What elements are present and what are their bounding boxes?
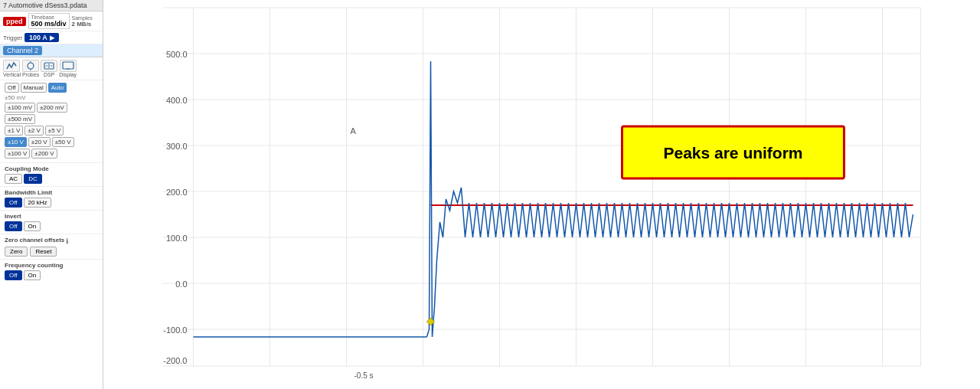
range-200v[interactable]: ±200 V: [31, 149, 57, 159]
bw-buttons: Off 20 kHz: [5, 198, 98, 208]
range-100-500-buttons: ±100 mV ±200 mV ±500 mV: [5, 103, 98, 124]
svg-text:200.0: 200.0: [166, 188, 188, 197]
dsp-icon: [41, 60, 57, 72]
trigger-arrow: ▶: [50, 34, 54, 41]
probes-label: Probes: [22, 72, 39, 77]
main-scope-area: 500.0 400.0 300.0 200.0 100.0 0.0 -100.0…: [103, 0, 980, 389]
bw-section: Bandwidth Limit Off 20 kHz: [0, 187, 103, 211]
range-50mv-label: ±50 mV: [5, 94, 26, 101]
range-20v[interactable]: ±20 V: [28, 137, 51, 147]
bw-20khz-btn[interactable]: 20 kHz: [24, 198, 52, 208]
range-2v[interactable]: ±2 V: [24, 126, 43, 136]
range-5v[interactable]: ±5 V: [45, 126, 64, 136]
range-section: Off Manual Auto ±50 mV ±100 mV ±200 mV ±…: [0, 80, 103, 163]
range-10-50-buttons: ±10 V ±20 V ±50 V: [5, 137, 98, 147]
invert-buttons: Off On: [5, 221, 98, 231]
svg-text:400.0: 400.0: [166, 96, 188, 105]
freq-buttons: Off On: [5, 270, 98, 280]
range-1v[interactable]: ±1 V: [5, 126, 23, 136]
samples-box: Samples 2 MB/s: [72, 15, 93, 28]
invert-on-btn[interactable]: On: [24, 221, 41, 231]
sidebar: 7 Automotive dSess3.pdata pped Timebase …: [0, 0, 103, 389]
freq-off-btn[interactable]: Off: [5, 270, 22, 280]
toolbar-vertical[interactable]: Vertical: [3, 60, 21, 77]
invert-section: Invert Off On: [0, 211, 103, 234]
freq-on-btn[interactable]: On: [24, 270, 41, 280]
display-icon: [60, 60, 77, 72]
timebase-box: Timebase 500 ms/div: [28, 13, 70, 29]
toolbar-display[interactable]: Display: [59, 60, 77, 77]
window-title-text: 7 Automotive dSess3.pdata: [3, 2, 87, 9]
channel-tabs: Channel 2: [0, 44, 103, 57]
range-v-buttons: ±1 V ±2 V ±5 V: [5, 126, 98, 136]
timebase-value[interactable]: 500 ms/div: [31, 20, 67, 28]
svg-text:300.0: 300.0: [166, 142, 188, 151]
range-value-buttons: ±50 mV: [5, 94, 98, 101]
trigger-value-box[interactable]: 100 A ▶: [24, 33, 59, 42]
zero-section: Zero channel offsets ℹ Zero Reset: [0, 234, 103, 260]
samples-value: 2 MB/s: [72, 21, 93, 28]
range-100v[interactable]: ±100 V: [5, 149, 30, 159]
trigger-row: Trigger 100 A ▶: [0, 31, 103, 44]
vertical-icon: [3, 60, 20, 72]
coupling-ac-btn[interactable]: AC: [5, 174, 22, 184]
freq-label: Frequency counting: [5, 262, 98, 269]
top-controls: pped Timebase 500 ms/div Samples 2 MB/s: [0, 11, 103, 31]
range-off-btn[interactable]: Off: [5, 83, 19, 93]
invert-label: Invert: [5, 213, 98, 220]
range-50v[interactable]: ±50 V: [52, 137, 74, 147]
dsp-label: DSP: [44, 72, 54, 77]
coupling-section: Coupling Mode AC DC: [0, 163, 103, 187]
svg-point-0: [28, 63, 34, 69]
range-200mv[interactable]: ±200 mV: [37, 103, 67, 113]
bw-off-btn[interactable]: Off: [5, 198, 22, 208]
range-10v[interactable]: ±10 V: [5, 137, 27, 147]
svg-text:0.0: 0.0: [175, 279, 187, 289]
svg-rect-9: [155, 0, 929, 389]
zero-label: Zero channel offsets: [5, 237, 64, 244]
range-auto-btn[interactable]: Auto: [48, 83, 67, 93]
coupling-dc-btn[interactable]: DC: [24, 174, 42, 184]
status-badge: pped: [3, 17, 26, 26]
range-100-200-buttons: ±100 V ±200 V: [5, 149, 98, 159]
range-manual-btn[interactable]: Manual: [21, 83, 47, 93]
scope-svg: 500.0 400.0 300.0 200.0 100.0 0.0 -100.0…: [103, 0, 980, 389]
toolbar-probes[interactable]: Probes: [22, 60, 39, 77]
vertical-label: Vertical: [3, 72, 21, 77]
display-label: Display: [59, 72, 77, 77]
svg-text:500.0: 500.0: [166, 50, 188, 59]
unit-label-a: A: [351, 126, 357, 136]
trigger-label: Trigger: [3, 34, 22, 41]
x-axis-label: -0.5 s: [354, 371, 374, 380]
channel-tab-2[interactable]: Channel 2: [3, 46, 42, 55]
bw-label: Bandwidth Limit: [5, 189, 98, 196]
svg-text:-100.0: -100.0: [163, 325, 187, 335]
svg-text:-200.0: -200.0: [163, 356, 187, 365]
toolbar-icons: Vertical Probes DSP Display: [0, 57, 103, 80]
probes-icon: [22, 60, 39, 72]
window-title: 7 Automotive dSess3.pdata: [0, 0, 103, 11]
reset-btn[interactable]: Reset: [30, 247, 57, 257]
zero-buttons: Zero Reset: [5, 247, 98, 257]
zero-btn[interactable]: Zero: [5, 247, 28, 257]
coupling-buttons: AC DC: [5, 174, 98, 184]
freq-section: Frequency counting Off On: [0, 260, 103, 283]
coupling-label: Coupling Mode: [5, 165, 98, 172]
timebase-label: Timebase: [31, 15, 67, 20]
samples-label: Samples: [72, 15, 93, 21]
svg-rect-7: [63, 62, 74, 69]
invert-off-btn[interactable]: Off: [5, 221, 22, 231]
range-mode-buttons: Off Manual Auto: [5, 83, 98, 93]
range-100mv[interactable]: ±100 mV: [5, 103, 35, 113]
range-500mv[interactable]: ±500 mV: [5, 114, 35, 124]
annotation-text: Peaks are uniform: [663, 144, 802, 162]
svg-text:100.0: 100.0: [166, 234, 188, 243]
trigger-value: 100 A: [29, 34, 47, 41]
toolbar-dsp[interactable]: DSP: [41, 60, 57, 77]
zero-info-icon: ℹ: [66, 237, 68, 245]
